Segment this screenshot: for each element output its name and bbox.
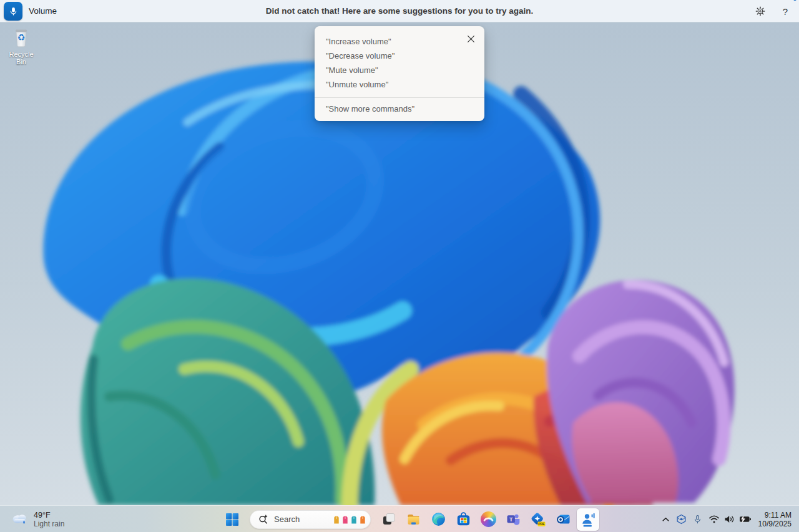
coat-teal-icon: [350, 515, 358, 525]
suggestion-mute-volume[interactable]: "Mute volume": [326, 63, 473, 77]
clock-widget[interactable]: 9:11 AM 10/9/2025: [755, 509, 797, 530]
dev-box-icon: [676, 514, 687, 525]
coat-pink-icon: [341, 515, 349, 525]
microphone-icon: [8, 6, 19, 17]
suggestion-decrease-volume[interactable]: "Decrease volume": [326, 49, 473, 63]
tray-microphone-icon: [693, 515, 702, 525]
svg-text:T: T: [509, 516, 512, 523]
edge-icon: [431, 511, 446, 527]
svg-text:PRE: PRE: [538, 522, 545, 526]
weather-temperature: 49°F: [34, 511, 64, 520]
suggestion-increase-volume[interactable]: "Increase volume": [326, 34, 473, 49]
copilot-icon: [481, 511, 496, 527]
coat-orange-icon: [359, 515, 366, 525]
file-explorer-icon: [406, 511, 421, 527]
volume-icon: [724, 515, 735, 524]
voice-mic-button[interactable]: [4, 2, 22, 21]
popup-close-button[interactable]: [464, 32, 477, 45]
voice-feedback-message: Did not catch that! Here are some sugges…: [0, 0, 799, 22]
preview-app-button[interactable]: PRE: [526, 507, 551, 532]
close-icon: [467, 35, 475, 43]
tray-show-hidden-icons-button[interactable]: [659, 509, 673, 530]
coat-yellow-icon: [333, 515, 340, 525]
voice-suggestions-popup: "Increase volume" "Decrease volume" "Mut…: [315, 26, 484, 121]
chevron-up-icon: [662, 516, 670, 523]
task-view-button[interactable]: [376, 507, 401, 532]
voice-access-bar: Volume Did not catch that! Here are some…: [0, 0, 799, 22]
voice-mode-label: Volume: [29, 0, 57, 22]
voice-access-icon: [581, 511, 596, 528]
preview-app-icon: PRE: [530, 511, 546, 528]
recycle-bin-label: Recycle Bin: [4, 51, 39, 65]
clock-time: 9:11 AM: [758, 511, 792, 520]
copilot-button[interactable]: [476, 507, 501, 532]
help-notification-dot: [793, 0, 797, 1]
tray-quick-settings-button[interactable]: [705, 509, 755, 530]
start-button[interactable]: [220, 507, 245, 532]
voice-settings-button[interactable]: [753, 4, 768, 19]
gear-icon: [755, 6, 766, 17]
search-highlight-coats: [333, 515, 366, 525]
microsoft-store-icon: [456, 511, 471, 527]
tray-microphone-button[interactable]: [690, 509, 705, 530]
tray-dev-box-button[interactable]: [673, 509, 690, 530]
suggestion-unmute-volume[interactable]: "Unmute volume": [326, 77, 473, 92]
weather-condition: Light rain: [34, 520, 64, 528]
clock-date: 10/9/2025: [758, 520, 792, 528]
recycle-symbol: ♻: [11, 32, 32, 42]
search-box[interactable]: Search: [250, 510, 371, 529]
wifi-icon: [708, 515, 720, 524]
outlook-icon: [556, 511, 571, 527]
battery-charging-icon: [739, 515, 752, 523]
weather-widget[interactable]: 49°F Light rain: [7, 506, 68, 532]
file-explorer-button[interactable]: [401, 507, 426, 532]
edge-button[interactable]: [426, 507, 451, 532]
search-icon: [258, 514, 268, 525]
help-icon: ?: [783, 6, 788, 17]
recycle-bin-shortcut[interactable]: ♻ Recycle Bin: [4, 26, 39, 65]
suggestion-show-more-commands[interactable]: "Show more commands": [315, 98, 484, 121]
task-view-icon: [381, 511, 396, 527]
voice-help-button[interactable]: ?: [778, 4, 793, 19]
store-button[interactable]: [451, 507, 476, 532]
search-placeholder: Search: [274, 515, 333, 524]
outlook-button[interactable]: [551, 507, 576, 532]
teams-icon: T: [506, 511, 521, 527]
taskbar: 49°F Light rain Search: [0, 505, 799, 532]
teams-button[interactable]: T: [501, 507, 526, 532]
weather-rain-icon: [11, 512, 29, 526]
windows-logo-icon: [225, 513, 239, 526]
voice-access-app-button[interactable]: [577, 508, 599, 531]
